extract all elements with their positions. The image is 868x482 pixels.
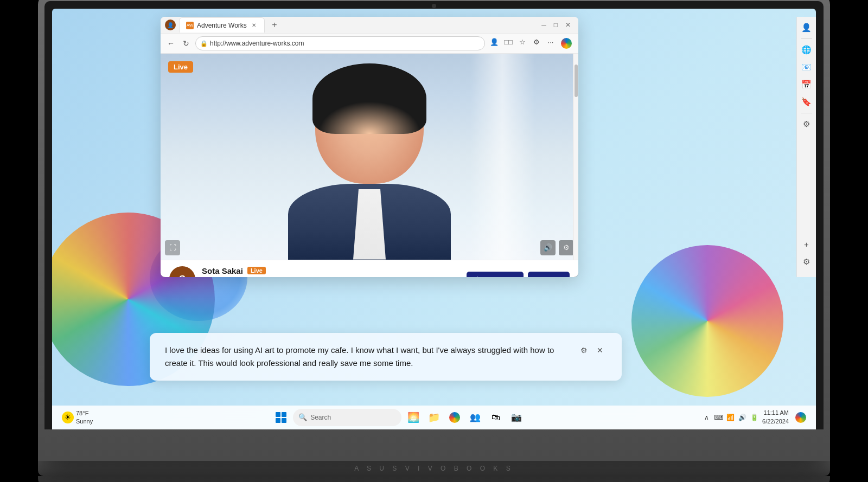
caption-close-icon[interactable]: ✕ bbox=[593, 344, 607, 357]
browser-scrollbar[interactable] bbox=[573, 54, 578, 260]
webcam-area bbox=[432, 4, 436, 8]
sidebar-settings-icon[interactable]: ⚙ bbox=[799, 117, 814, 132]
search-icon: 🔍 bbox=[298, 413, 307, 421]
caption-overlay: I love the ideas for using AI art to pro… bbox=[150, 333, 622, 381]
volume-button[interactable]: 🔊 bbox=[540, 240, 556, 255]
edge-logo-graphic bbox=[561, 38, 572, 49]
tray-volume-icon[interactable]: 🔊 bbox=[737, 413, 747, 422]
taskbar-file-explorer-icon[interactable]: 📁 bbox=[425, 409, 443, 426]
person-hair bbox=[312, 63, 426, 134]
screen-bezel: 👤 AW Adventure Works ✕ + ─ □ ✕ bbox=[44, 1, 824, 429]
win-tile-4 bbox=[282, 418, 286, 423]
tab-favicon: AW bbox=[186, 22, 194, 29]
windows-logo bbox=[276, 412, 286, 423]
sidebar-bing-icon[interactable]: 🌐 bbox=[799, 42, 814, 57]
more-actions-icon[interactable]: ··· bbox=[545, 36, 557, 48]
video-player[interactable]: Live ⛶ 🔊 ⚙ bbox=[161, 54, 578, 260]
back-button[interactable]: ← bbox=[165, 37, 177, 49]
sidebar-divider-2 bbox=[801, 113, 812, 113]
taskbar-center: 🔍 Search 🌅 📁 👥 🛍 📷 bbox=[96, 409, 701, 426]
favorites-icon[interactable]: ☆ bbox=[516, 36, 528, 48]
caption-controls: ⚙ ✕ bbox=[577, 344, 607, 357]
bg-decoration-rainbow-right bbox=[631, 245, 783, 397]
weather-info: 78°F Sunny bbox=[76, 409, 93, 425]
laptop-screen-lid: 👤 AW Adventure Works ✕ + ─ □ ✕ bbox=[38, 0, 830, 461]
win-tile-1 bbox=[276, 412, 280, 417]
address-bar[interactable]: 🔒 http://www.adventure-works.com bbox=[195, 36, 485, 50]
live-badge: Live bbox=[168, 61, 193, 73]
browser-content: Live ⛶ 🔊 ⚙ bbox=[161, 54, 578, 277]
taskbar-edge-sidebar-logo bbox=[795, 412, 806, 423]
collections-icon[interactable]: □□ bbox=[502, 36, 514, 48]
browser-profile-toolbar-icon[interactable]: 👤 bbox=[488, 36, 500, 48]
sidebar-calendar-icon[interactable]: 📅 bbox=[799, 77, 814, 92]
taskbar-edge-logo bbox=[449, 412, 460, 423]
browser-titlebar: 👤 AW Adventure Works ✕ + ─ □ ✕ bbox=[161, 17, 578, 34]
sidebar-profile-icon[interactable]: 👤 bbox=[799, 20, 814, 35]
tray-network-icon[interactable]: 📶 bbox=[725, 413, 735, 422]
sidebar-bottom-settings-icon[interactable]: ⚙ bbox=[799, 254, 814, 269]
system-clock[interactable]: 11:11 AM 6/22/2024 bbox=[762, 409, 789, 426]
lock-icon: 🔒 bbox=[200, 40, 207, 47]
channel-subscribers: 3.2 M subscribers bbox=[202, 277, 460, 277]
clock-date: 6/22/2024 bbox=[762, 417, 789, 426]
taskbar-right: ∧ ⌨ 📶 🔊 🔋 11:11 AM 6/22/2024 bbox=[701, 409, 809, 426]
webcam-dot bbox=[432, 4, 436, 8]
weather-temp: 78°F bbox=[76, 409, 93, 417]
tab-close-button[interactable]: ✕ bbox=[250, 22, 258, 29]
windows-taskbar: ☀ 78°F Sunny bbox=[52, 406, 816, 429]
window-controls: ─ □ ✕ bbox=[538, 21, 574, 29]
new-tab-button[interactable]: + bbox=[268, 18, 281, 31]
browser-settings-icon[interactable]: ⚙ bbox=[531, 36, 542, 48]
channel-name: Sota Sakai bbox=[202, 266, 243, 275]
touchpad-area bbox=[38, 476, 830, 483]
weather-widget[interactable]: ☀ 78°F Sunny bbox=[59, 408, 96, 426]
weather-condition: Sunny bbox=[76, 417, 93, 425]
close-button[interactable]: ✕ bbox=[562, 21, 574, 29]
scrollbar-thumb bbox=[575, 65, 578, 97]
settings-button[interactable]: ⚙ bbox=[559, 240, 574, 255]
tray-battery-icon[interactable]: 🔋 bbox=[749, 413, 759, 422]
laptop-bottom-bar: A S U S V I V O B O O K S bbox=[38, 461, 830, 476]
minimize-button[interactable]: ─ bbox=[538, 21, 550, 29]
laptop-brand-label: A S U S V I V O B O O K S bbox=[354, 465, 513, 472]
taskbar-teams-icon[interactable]: 👥 bbox=[467, 409, 484, 426]
win-tile-3 bbox=[276, 418, 280, 423]
sidebar-bookmark-icon[interactable]: 🔖 bbox=[799, 94, 814, 110]
channel-action-buttons: ★ subscribe ♥ follow bbox=[467, 272, 570, 277]
browser-window: 👤 AW Adventure Works ✕ + ─ □ ✕ bbox=[161, 17, 578, 277]
sidebar-outlook-icon[interactable]: 📧 bbox=[799, 60, 814, 75]
win-tile-2 bbox=[282, 412, 286, 417]
tray-expand-icon[interactable]: ∧ bbox=[701, 413, 711, 422]
taskbar-widgets-icon[interactable]: 🌅 bbox=[405, 409, 422, 426]
browser-toolbar: ← ↻ 🔒 http://www.adventure-works.com 👤 □… bbox=[161, 34, 578, 54]
taskbar-left: ☀ 78°F Sunny bbox=[59, 408, 96, 426]
sidebar-add-icon[interactable]: + bbox=[799, 237, 814, 252]
video-controls: 🔊 ⚙ bbox=[540, 240, 574, 255]
desktop-screen: 👤 AW Adventure Works ✕ + ─ □ ✕ bbox=[52, 9, 816, 429]
url-text: http://www.adventure-works.com bbox=[210, 40, 304, 47]
channel-name-row: Sota Sakai Live bbox=[202, 266, 460, 275]
refresh-button[interactable]: ↻ bbox=[180, 37, 192, 49]
caption-settings-icon[interactable]: ⚙ bbox=[577, 344, 590, 357]
caption-text: I love the ideas for using AI art to pro… bbox=[165, 344, 571, 370]
taskbar-photos-icon[interactable]: 📷 bbox=[508, 409, 525, 426]
taskbar-search[interactable]: 🔍 Search bbox=[293, 409, 401, 426]
subscribe-button[interactable]: ★ subscribe bbox=[467, 272, 524, 277]
taskbar-edge-icon[interactable] bbox=[446, 409, 463, 426]
follow-button[interactable]: ♥ follow bbox=[528, 272, 570, 277]
channel-info-bar: S Sota Sakai Live 3.2 M subscribers Leve… bbox=[161, 260, 578, 277]
tray-keyboard-icon[interactable]: ⌨ bbox=[713, 413, 723, 422]
start-button[interactable] bbox=[272, 409, 290, 426]
search-placeholder: Search bbox=[310, 414, 331, 421]
fullscreen-button[interactable]: ⛶ bbox=[165, 240, 180, 255]
channel-avatar: S bbox=[169, 266, 195, 277]
taskbar-edge-sidebar-icon[interactable] bbox=[792, 409, 809, 426]
channel-info: Sota Sakai Live 3.2 M subscribers Levera… bbox=[202, 266, 460, 277]
browser-tab-active[interactable]: AW Adventure Works ✕ bbox=[179, 17, 265, 33]
browser-profile-icon[interactable]: 👤 bbox=[165, 20, 176, 30]
taskbar-store-icon[interactable]: 🛍 bbox=[487, 409, 505, 426]
maximize-button[interactable]: □ bbox=[551, 21, 561, 29]
clock-time: 11:11 AM bbox=[762, 409, 789, 417]
sidebar-divider-1 bbox=[801, 38, 812, 39]
